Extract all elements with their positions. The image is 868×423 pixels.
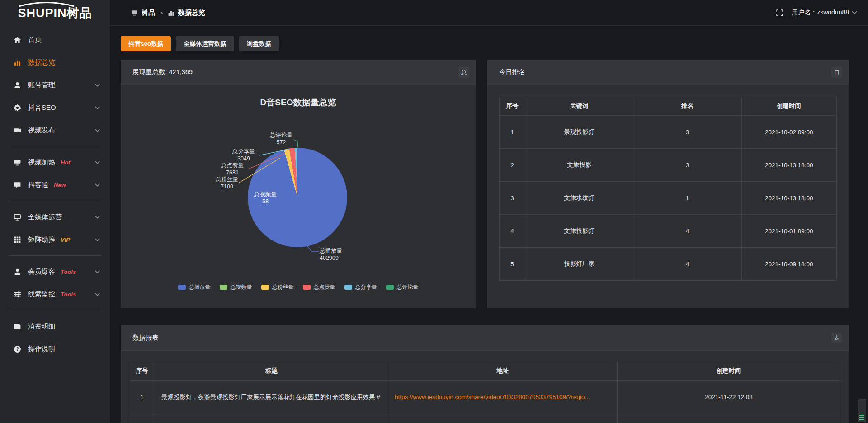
legend-item[interactable]: 总评论量: [386, 283, 419, 291]
pie-label-plays: 总播放量402909: [320, 248, 374, 262]
ranking-card: 今日排名 日 序号 关键词 排名 创建时间 1 景观投影灯 3 2021-10-…: [487, 60, 849, 308]
cell-keyword: 投影灯厂家: [525, 248, 633, 281]
cell-time: 2021-11-22 12:08: [618, 381, 840, 414]
icon-member: [14, 268, 21, 276]
pie-label-fans: 总粉丝量7100: [204, 176, 250, 190]
sidebar-item[interactable]: 账号管理: [0, 74, 110, 96]
sidebar-item[interactable]: 操作说明: [0, 338, 110, 360]
icon-question: [14, 345, 21, 353]
ranking-badge[interactable]: 日: [831, 67, 842, 78]
sidebar-item-label: 全媒体运营: [28, 213, 62, 221]
sidebar-item[interactable]: 数据总览: [0, 51, 110, 74]
legend-swatch: [261, 285, 269, 290]
table-row-partial: [129, 414, 155, 423]
sidebar-item[interactable]: 首页: [0, 28, 110, 51]
cell-no: 3: [500, 182, 525, 215]
chevron-down-icon: [95, 270, 100, 273]
sidebar-item-label: 数据总览: [28, 58, 55, 67]
report-card-header: 数据报表 表: [121, 325, 849, 351]
ranking-card-header: 今日排名 日: [487, 60, 849, 85]
cell-no: 1: [129, 381, 155, 414]
scroll-widget[interactable]: [858, 399, 866, 422]
user-label: 用户名：zswodun88: [792, 9, 849, 17]
user-menu[interactable]: 用户名：zswodun88: [792, 9, 857, 17]
breadcrumb-root[interactable]: 树品: [142, 9, 155, 17]
sidebar: SHUPIN树品 首页 数据总览 账号管理: [0, 0, 110, 423]
breadcrumb: 树品 > 数据总览: [131, 9, 205, 17]
legend-swatch: [303, 285, 311, 290]
overview-card: 展现量总数: 421,369 总 D音SEO数据量总览 总评论量572 总分享量…: [121, 60, 476, 308]
cell-rank: 4: [633, 215, 741, 248]
sidebar-item-label: 抖客通: [28, 181, 48, 189]
sidebar-menu: 首页 数据总览 账号管理 抖音SEO: [0, 26, 110, 360]
chart-title: D音SEO数据量总览: [121, 97, 476, 108]
col-header: 序号: [129, 362, 155, 381]
legend-swatch: [386, 285, 394, 290]
sidebar-item[interactable]: 线索监控 Tools: [0, 283, 110, 306]
sidebar-item-badge: Tools: [61, 268, 76, 275]
sidebar-item[interactable]: 抖音SEO: [0, 96, 110, 119]
icon-home: [14, 36, 21, 44]
ranking-title: 今日排名: [499, 68, 525, 76]
chevron-down-icon: [95, 238, 100, 241]
overview-badge[interactable]: 总: [458, 67, 469, 78]
report-card: 数据报表 表 序号 标题 地址 创建时间 1 景观投影灯，夜游景观投影灯厂家展示…: [121, 325, 849, 423]
sidebar-item[interactable]: 会员爆客 Tools: [0, 260, 110, 283]
breadcrumb-current: 数据总览: [178, 9, 205, 17]
chevron-down-icon: [95, 161, 100, 164]
sidebar-item[interactable]: 矩阵助推 VIP: [0, 228, 110, 251]
cell-keyword: 文旅投影: [525, 149, 633, 182]
data-tabs: 抖音seo数据 全媒体运营数据 询盘数据: [121, 36, 279, 51]
sidebar-item-label: 视频发布: [28, 126, 55, 135]
tab[interactable]: 抖音seo数据: [121, 36, 171, 51]
app-logo[interactable]: SHUPIN树品: [0, 0, 110, 26]
ranking-table: 序号 关键词 排名 创建时间 1 景观投影灯 3 2021-10-02 09:0…: [499, 97, 837, 281]
cell-time: 2021-10-01 09:00: [742, 215, 836, 248]
tab[interactable]: 全媒体运营数据: [176, 36, 234, 51]
report-badge[interactable]: 表: [831, 333, 842, 343]
overview-card-header: 展现量总数: 421,369 总: [121, 60, 476, 85]
legend-item[interactable]: 总视频量: [220, 283, 252, 291]
sidebar-item-label: 账号管理: [28, 81, 55, 89]
legend-swatch: [178, 285, 186, 290]
cell-keyword: 文旅投影灯: [525, 215, 633, 248]
bar-chart-icon: [168, 9, 175, 16]
fullscreen-icon[interactable]: [776, 9, 783, 17]
pie-label-likes: 总点赞量7681: [210, 162, 255, 176]
col-header: 地址: [388, 362, 618, 381]
icon-gear: [14, 104, 21, 112]
cell-rank: 3: [633, 116, 741, 149]
legend-item[interactable]: 总粉丝量: [261, 283, 294, 291]
pie-label-comments: 总评论量572: [259, 132, 304, 146]
sidebar-item-badge: Tools: [61, 291, 76, 298]
sidebar-item[interactable]: 抖客通 New: [0, 174, 110, 196]
cell-rank: 4: [633, 248, 741, 281]
cell-time: 2021-10-09 18:00: [742, 248, 836, 281]
tab[interactable]: 询盘数据: [239, 36, 279, 51]
sidebar-item[interactable]: 消费明细: [0, 315, 110, 338]
breadcrumb-separator: >: [160, 9, 163, 16]
icon-sliders: [14, 291, 21, 298]
sidebar-item[interactable]: 视频发布: [0, 119, 110, 141]
legend-swatch: [344, 285, 352, 290]
cell-rank: 3: [633, 149, 741, 182]
cell-url-link[interactable]: https://www.iesdouyin.com/share/video/70…: [388, 381, 618, 414]
col-header: 创建时间: [618, 362, 840, 381]
cell-title: 景观投影灯，夜游景观投影灯厂家展示展示落花灯在花园里的灯光投影应用效果 #: [155, 381, 388, 414]
legend-item[interactable]: 总点赞量: [303, 283, 335, 291]
cell-rank: 1: [633, 182, 741, 215]
legend-item[interactable]: 总分享量: [344, 283, 377, 291]
report-title: 数据报表: [132, 334, 159, 342]
chevron-down-icon: [95, 106, 100, 109]
sidebar-item[interactable]: 全媒体运营: [0, 206, 110, 228]
col-header: 序号: [500, 97, 525, 116]
sidebar-item-label: 消费明细: [28, 322, 55, 331]
icon-wallet: [14, 323, 21, 330]
legend-swatch: [220, 285, 227, 290]
legend-item[interactable]: 总播放量: [178, 283, 211, 291]
cell-time: 2021-10-02 09:00: [742, 116, 836, 149]
cell-no: 5: [500, 248, 525, 281]
sidebar-item-label: 操作说明: [28, 345, 55, 353]
logo-text: SHUPIN树品: [18, 5, 92, 21]
sidebar-item[interactable]: 视频加热 Hot: [0, 151, 110, 174]
